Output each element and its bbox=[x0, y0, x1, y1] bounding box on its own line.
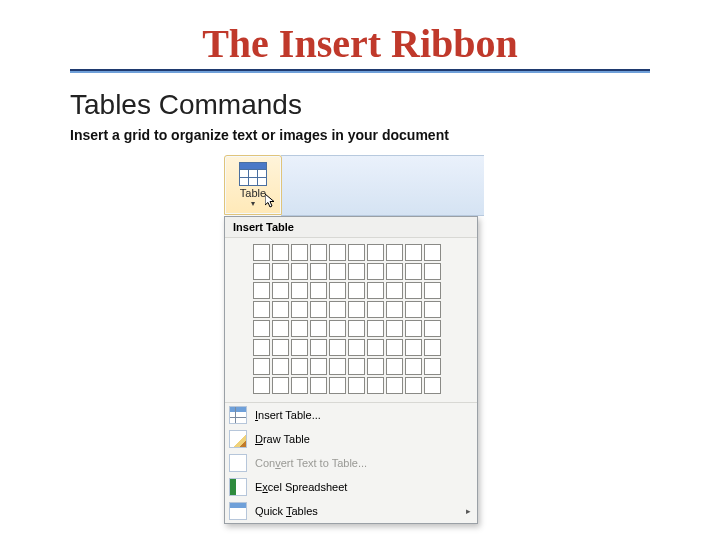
menu-item-excel[interactable]: Excel Spreadsheet bbox=[225, 475, 477, 499]
grid-cell[interactable] bbox=[386, 377, 403, 394]
grid-cell[interactable] bbox=[329, 301, 346, 318]
grid-cell[interactable] bbox=[348, 282, 365, 299]
grid-cell[interactable] bbox=[405, 358, 422, 375]
table-ribbon-button[interactable]: Table ▾ bbox=[224, 155, 282, 215]
grid-cell[interactable] bbox=[253, 320, 270, 337]
grid-cell[interactable] bbox=[424, 339, 441, 356]
grid-cell[interactable] bbox=[348, 377, 365, 394]
grid-cell[interactable] bbox=[367, 377, 384, 394]
grid-cell[interactable] bbox=[348, 339, 365, 356]
grid-cell[interactable] bbox=[253, 301, 270, 318]
quick-icon bbox=[229, 502, 247, 520]
grid-cell[interactable] bbox=[386, 244, 403, 261]
grid-cell[interactable] bbox=[253, 282, 270, 299]
grid-cell[interactable] bbox=[310, 282, 327, 299]
grid-cell[interactable] bbox=[348, 320, 365, 337]
grid-cell[interactable] bbox=[253, 358, 270, 375]
grid-cell[interactable] bbox=[405, 301, 422, 318]
grid-cell[interactable] bbox=[386, 358, 403, 375]
insert-table-grid[interactable] bbox=[253, 244, 469, 394]
grid-cell[interactable] bbox=[329, 339, 346, 356]
menu-item-draw[interactable]: Draw Table bbox=[225, 427, 477, 451]
cursor-icon bbox=[265, 194, 275, 208]
grid-cell[interactable] bbox=[329, 320, 346, 337]
grid-cell[interactable] bbox=[310, 263, 327, 280]
menu-item-label: Insert Table... bbox=[255, 409, 471, 421]
grid-cell[interactable] bbox=[253, 263, 270, 280]
grid-cell[interactable] bbox=[253, 377, 270, 394]
table-dropdown: Insert Table Insert Table...Draw TableCo… bbox=[224, 216, 478, 524]
grid-cell[interactable] bbox=[405, 244, 422, 261]
grid-cell[interactable] bbox=[272, 301, 289, 318]
grid-cell[interactable] bbox=[272, 244, 289, 261]
grid-cell[interactable] bbox=[424, 320, 441, 337]
grid-cell[interactable] bbox=[329, 377, 346, 394]
grid-cell[interactable] bbox=[310, 358, 327, 375]
grid-cell[interactable] bbox=[253, 339, 270, 356]
grid-cell[interactable] bbox=[291, 377, 308, 394]
grid-cell[interactable] bbox=[291, 320, 308, 337]
grid-cell[interactable] bbox=[329, 358, 346, 375]
grid-cell[interactable] bbox=[405, 339, 422, 356]
grid-cell[interactable] bbox=[367, 339, 384, 356]
grid-cell[interactable] bbox=[367, 263, 384, 280]
grid-cell[interactable] bbox=[291, 282, 308, 299]
grid-cell[interactable] bbox=[348, 244, 365, 261]
grid-cell[interactable] bbox=[291, 263, 308, 280]
grid-cell[interactable] bbox=[386, 301, 403, 318]
grid-cell[interactable] bbox=[329, 244, 346, 261]
menu-item-insert[interactable]: Insert Table... bbox=[225, 403, 477, 427]
grid-cell[interactable] bbox=[272, 339, 289, 356]
grid-cell[interactable] bbox=[405, 377, 422, 394]
grid-cell[interactable] bbox=[291, 358, 308, 375]
grid-cell[interactable] bbox=[291, 301, 308, 318]
insert-table-ui: Table ▾ Insert Table Insert Table...Draw… bbox=[224, 155, 484, 524]
menu-item-quick[interactable]: Quick Tables▸ bbox=[225, 499, 477, 523]
grid-cell[interactable] bbox=[272, 263, 289, 280]
grid-cell[interactable] bbox=[310, 377, 327, 394]
grid-cell[interactable] bbox=[367, 358, 384, 375]
grid-cell[interactable] bbox=[386, 263, 403, 280]
slide-title: The Insert Ribbon bbox=[70, 20, 650, 67]
grid-cell[interactable] bbox=[348, 263, 365, 280]
grid-cell[interactable] bbox=[291, 339, 308, 356]
grid-cell[interactable] bbox=[386, 339, 403, 356]
grid-cell[interactable] bbox=[348, 358, 365, 375]
grid-cell[interactable] bbox=[272, 282, 289, 299]
grid-cell[interactable] bbox=[367, 301, 384, 318]
grid-cell[interactable] bbox=[272, 358, 289, 375]
grid-cell[interactable] bbox=[310, 320, 327, 337]
grid-cell[interactable] bbox=[310, 244, 327, 261]
grid-cell[interactable] bbox=[291, 244, 308, 261]
grid-cell[interactable] bbox=[424, 263, 441, 280]
grid-cell[interactable] bbox=[424, 377, 441, 394]
grid-cell[interactable] bbox=[424, 244, 441, 261]
grid-cell[interactable] bbox=[424, 358, 441, 375]
grid-cell[interactable] bbox=[405, 282, 422, 299]
grid-cell[interactable] bbox=[424, 301, 441, 318]
grid-cell[interactable] bbox=[348, 301, 365, 318]
title-underline bbox=[70, 69, 650, 73]
grid-cell[interactable] bbox=[386, 282, 403, 299]
grid-cell[interactable] bbox=[367, 282, 384, 299]
chevron-right-icon: ▸ bbox=[466, 506, 471, 516]
menu-item-convert: Convert Text to Table... bbox=[225, 451, 477, 475]
grid-cell[interactable] bbox=[405, 263, 422, 280]
chevron-down-icon: ▾ bbox=[251, 200, 255, 208]
grid-cell[interactable] bbox=[272, 377, 289, 394]
grid-cell[interactable] bbox=[367, 244, 384, 261]
grid-cell[interactable] bbox=[310, 339, 327, 356]
grid-cell[interactable] bbox=[310, 301, 327, 318]
grid-cell[interactable] bbox=[329, 282, 346, 299]
grid-cell[interactable] bbox=[367, 320, 384, 337]
text-icon bbox=[229, 454, 247, 472]
grid-cell[interactable] bbox=[272, 320, 289, 337]
grid-cell[interactable] bbox=[405, 320, 422, 337]
grid-cell[interactable] bbox=[386, 320, 403, 337]
grid-cell[interactable] bbox=[253, 244, 270, 261]
menu-item-label: Quick Tables bbox=[255, 505, 458, 517]
grid-cell[interactable] bbox=[329, 263, 346, 280]
excel-icon bbox=[229, 478, 247, 496]
grid-cell[interactable] bbox=[424, 282, 441, 299]
table-icon bbox=[239, 162, 267, 186]
